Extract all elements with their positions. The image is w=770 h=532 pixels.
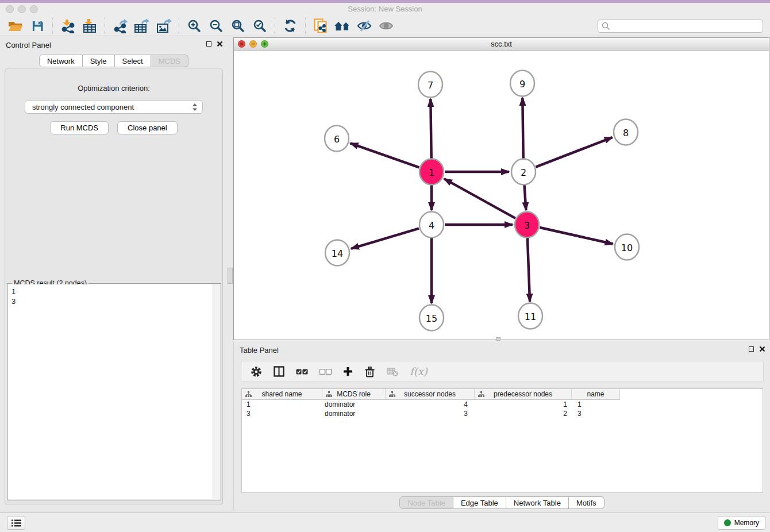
tab-style[interactable]: Style — [83, 55, 115, 67]
tab-network-table[interactable]: Network Table — [506, 496, 569, 509]
network-canvas[interactable]: 1234678910111415 — [234, 51, 769, 340]
task-list-icon — [11, 519, 22, 527]
add-button[interactable] — [343, 367, 353, 376]
table-row[interactable]: 3dominator323 — [242, 409, 763, 418]
graph-node-label: 9 — [519, 79, 525, 90]
graph-edge-2-3[interactable] — [524, 185, 526, 210]
deselect-all-button[interactable] — [319, 369, 332, 375]
graph-edge-4-14[interactable] — [351, 229, 419, 249]
function-builder-icon[interactable]: f(x) — [410, 365, 428, 377]
columns-button[interactable] — [274, 366, 284, 377]
tab-mcds[interactable]: MCDS — [151, 55, 188, 67]
close-panel-icon[interactable] — [217, 41, 223, 47]
save-session-button[interactable] — [26, 17, 48, 35]
delete-table-button[interactable] — [387, 367, 398, 377]
export-table-button[interactable] — [131, 17, 153, 35]
search-box[interactable] — [598, 20, 763, 33]
home-view-icon — [334, 20, 351, 32]
tab-motifs[interactable]: Motifs — [569, 496, 605, 509]
zoom-in-icon — [187, 19, 201, 33]
refresh-layout-icon — [283, 19, 297, 33]
table-cell: 3 — [572, 409, 620, 418]
clone-network-button[interactable] — [310, 17, 332, 35]
stepper-icon — [192, 103, 198, 111]
sort-tree-icon — [245, 391, 252, 398]
graph-node-label: 4 — [429, 220, 434, 231]
zoom-in-button[interactable] — [183, 17, 205, 35]
refresh-layout-button[interactable] — [279, 17, 301, 35]
tab-network[interactable]: Network — [39, 55, 83, 67]
graph-node-label: 1 — [429, 167, 434, 178]
close-panel-icon[interactable] — [759, 346, 765, 352]
graph-edge-1-7[interactable] — [430, 99, 431, 159]
float-panel-icon[interactable] — [749, 346, 754, 352]
import-network-icon — [60, 19, 75, 33]
memory-button[interactable]: Memory — [718, 516, 765, 530]
vertical-splitter[interactable] — [228, 36, 233, 512]
graph-edge-3-10[interactable] — [540, 228, 613, 244]
graph-edge-2-8[interactable] — [536, 137, 612, 167]
column-header-predecessor-nodes[interactable]: predecessor nodes — [475, 389, 572, 400]
column-header-successor-nodes[interactable]: successor nodes — [386, 389, 475, 400]
memory-status-icon — [724, 519, 731, 526]
network-window-title: scc.txt — [234, 40, 769, 48]
zoom-selected-button[interactable] — [249, 17, 271, 35]
main-toolbar — [0, 16, 770, 36]
run-mcds-button[interactable]: Run MCDS — [50, 121, 109, 134]
export-network-button[interactable] — [109, 17, 131, 35]
export-image-button[interactable] — [153, 17, 175, 35]
graph-edge-3-11[interactable] — [528, 238, 530, 302]
column-header-shared-name[interactable]: shared name — [242, 389, 322, 400]
column-header-MCDS-role[interactable]: MCDS role — [322, 389, 386, 400]
splitter-grip[interactable] — [228, 268, 233, 284]
import-table-button[interactable] — [79, 17, 101, 35]
graph-edge-2-9[interactable] — [522, 98, 523, 159]
table-cell: dominator — [322, 400, 386, 409]
delete-button[interactable] — [364, 366, 375, 377]
status-bar: Memory — [0, 512, 770, 532]
close-panel-button[interactable]: Close panel — [117, 121, 178, 134]
table-cell: 3 — [242, 409, 322, 418]
search-input[interactable] — [610, 21, 763, 32]
open-file-button[interactable] — [5, 17, 26, 35]
delete-icon — [364, 366, 375, 377]
table-row[interactable]: 1dominator411 — [242, 400, 763, 409]
tab-node-table[interactable]: Node Table — [399, 496, 453, 509]
mcds-result-textarea[interactable]: 13 — [8, 284, 220, 499]
zoom-fit-button[interactable] — [227, 17, 249, 35]
home-view-button[interactable] — [332, 17, 353, 35]
graph-edge-1-6[interactable] — [351, 143, 419, 167]
optimization-criterion-label: Optimization criterion: — [5, 84, 222, 92]
tab-select[interactable]: Select — [115, 55, 151, 67]
window-resize-grip[interactable] — [496, 337, 500, 341]
node-table[interactable]: shared nameMCDS rolesuccessor nodesprede… — [241, 388, 763, 493]
column-header-name[interactable]: name — [572, 389, 620, 400]
import-network-button[interactable] — [57, 17, 79, 35]
show-hide-panel-icon — [379, 20, 394, 32]
graph-node-label: 14 — [332, 248, 343, 259]
select-all-icon — [296, 369, 308, 375]
network-view-window: scc.txt 1234678910111415 — [233, 37, 769, 340]
select-all-button[interactable] — [296, 369, 308, 375]
task-history-button[interactable] — [7, 516, 25, 530]
search-icon — [602, 22, 610, 30]
clone-network-icon — [314, 18, 328, 34]
graph-edge-3-1[interactable] — [444, 179, 515, 218]
network-graph[interactable]: 1234678910111415 — [234, 51, 769, 340]
graph-node-label: 3 — [524, 220, 530, 231]
save-session-icon — [32, 20, 44, 32]
tab-edge-table[interactable]: Edge Table — [453, 496, 506, 509]
optimization-criterion-select[interactable]: strongly connected component — [25, 100, 203, 114]
sort-tree-icon — [389, 391, 395, 398]
zoom-out-button[interactable] — [205, 17, 227, 35]
toggle-details-icon — [357, 19, 372, 33]
control-panel-tabs: NetworkStyleSelectMCDS — [0, 55, 228, 67]
selected-criterion: strongly connected component — [32, 103, 192, 111]
result-scrollbar[interactable] — [213, 284, 220, 499]
gear-button[interactable] — [251, 366, 262, 377]
toggle-details-button[interactable] — [353, 17, 375, 35]
float-panel-icon[interactable] — [206, 41, 211, 47]
column-label: shared name — [261, 390, 302, 398]
show-hide-panel-button[interactable] — [375, 17, 397, 35]
column-label: successor nodes — [404, 390, 456, 398]
